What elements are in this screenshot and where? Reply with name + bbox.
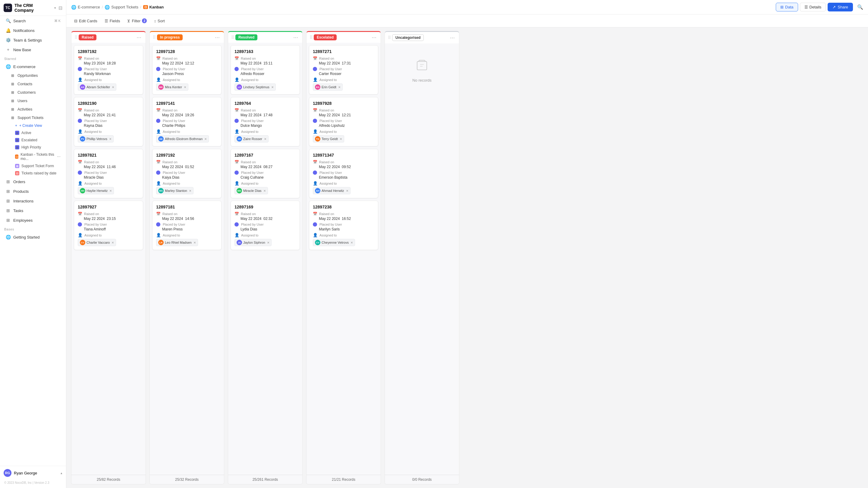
remove-user-icon[interactable]: ✕ <box>110 189 112 193</box>
sidebar-item-orders[interactable]: ⊞ Orders <box>2 177 64 186</box>
kanban-card[interactable]: 128971347 📅 Raised on May 22 2024 09:52 … <box>309 149 378 198</box>
remove-user-icon[interactable]: ✕ <box>109 137 112 141</box>
kanban-more-icon[interactable]: ⋯ <box>57 155 61 159</box>
remove-user-icon[interactable]: ✕ <box>264 189 266 193</box>
drag-handle-icon[interactable]: ⠿ <box>74 35 78 40</box>
card-assigned-row: 👤 Assigned to <box>78 129 139 134</box>
sidebar-view-form[interactable]: ▦ Support Ticket Form <box>2 163 64 169</box>
kanban-card[interactable]: 12892190 📅 Raised on May 22 2024 21:41 P… <box>74 97 143 147</box>
plus-icon: + <box>15 124 17 128</box>
kanban-card[interactable]: 12897821 📅 Raised on May 22 2024 11:46 P… <box>74 149 143 198</box>
raised-on-label: Raised on <box>84 57 99 60</box>
sidebar-view-create[interactable]: + + Create View <box>2 122 64 129</box>
kanban-card[interactable]: 1289764 📅 Raised on May 22 2024 17:48 Pl… <box>230 97 300 147</box>
drag-handle-icon[interactable]: ⠿ <box>231 35 234 40</box>
kanban-card[interactable]: 12897163 📅 Raised on May 22 2024 15:11 P… <box>230 45 300 95</box>
placed-icon <box>235 170 239 175</box>
sidebar-item-notifications[interactable]: 🔔 Notifications <box>2 26 64 35</box>
card-user-tags: CV Cheyenne Vetrovs ✕ <box>313 239 374 246</box>
remove-user-icon[interactable]: ✕ <box>193 241 196 244</box>
kanban-card[interactable]: 12897192 📅 Raised on May 23 2024 18:28 P… <box>74 45 143 95</box>
sidebar-item-gettingstarted[interactable]: 🌐 Getting Started <box>2 233 64 241</box>
sidebar-item-contacts[interactable]: ⊞ Contacts <box>2 80 64 88</box>
globe-icon: 🌐 <box>104 5 110 10</box>
company-chevron-icon[interactable]: ▾ <box>54 6 56 10</box>
kanban-card[interactable]: 12897167 📅 Raised on May 22 2024 08:27 P… <box>230 149 300 198</box>
card-raised-row: 📅 Raised on <box>235 212 296 216</box>
sidebar-item-users[interactable]: ⊞ Users <box>2 97 64 105</box>
share-button[interactable]: ↗ Share <box>828 3 853 11</box>
remove-user-icon[interactable]: ✕ <box>271 86 274 89</box>
remove-user-icon[interactable]: ✕ <box>112 86 114 89</box>
card-raised-row: 📅 Raised on <box>156 56 218 61</box>
sidebar-item-interactions[interactable]: ⊞ Interactions <box>2 196 64 205</box>
user-avatar: MK <box>158 84 164 90</box>
sidebar-item-newbase[interactable]: ＋ New Base <box>2 45 64 54</box>
kanban-card[interactable]: 12897928 📅 Raised on May 22 2024 12:21 P… <box>309 97 378 147</box>
user-avatar: AE <box>158 136 164 141</box>
kanban-card[interactable]: 12897192 📅 Raised on May 22 2024 01:52 P… <box>152 149 221 198</box>
card-user-tags: MD Miracle Dias ✕ <box>235 187 296 194</box>
remove-user-icon[interactable]: ✕ <box>189 189 191 193</box>
remove-user-icon[interactable]: ✕ <box>346 189 348 193</box>
remove-user-icon[interactable]: ✕ <box>338 86 341 89</box>
drag-handle-icon[interactable]: ⠿ <box>153 35 156 40</box>
sidebar-view-raised[interactable]: ▤ Tickets raised by date <box>2 170 64 176</box>
view-color-dot: ⊞ <box>15 145 19 150</box>
kanban-card[interactable]: 12897128 📅 Raised on May 22 2024 12:12 P… <box>152 45 221 95</box>
kanban-card[interactable]: 12897181 📅 Raised on May 22 2024 14:56 P… <box>152 201 221 250</box>
column-more-icon[interactable]: ⋯ <box>370 35 378 40</box>
sidebar-item-ecommerce[interactable]: 🌐 E-commerce <box>2 62 64 71</box>
sidebar-item-supporttickets[interactable]: ⊞ Support Tickets <box>2 114 64 122</box>
sidebar-item-search[interactable]: 🔍 Search ⌘ K <box>2 16 64 25</box>
sidebar-item-tasks[interactable]: ⊞ Tasks <box>2 206 64 215</box>
sort-button[interactable]: ↕ Sort <box>151 17 167 25</box>
remove-user-icon[interactable]: ✕ <box>340 137 342 141</box>
sidebar-item-customers[interactable]: ⊞ Customers <box>2 89 64 96</box>
sidebar-view-kanban[interactable]: ⊡ Kanban - Tickets this mo... ⋯ <box>2 151 64 162</box>
breadcrumb-ecommerce[interactable]: 🌐 E-commerce <box>71 5 100 10</box>
drag-handle-icon[interactable]: ⠿ <box>388 35 391 40</box>
drag-handle-icon[interactable]: ⠿ <box>310 35 313 40</box>
fields-button[interactable]: ☰ Fields <box>101 17 123 25</box>
column-more-icon[interactable]: ⋯ <box>449 35 456 41</box>
user-name: Charlie Vaccaro <box>87 241 110 244</box>
remove-user-icon[interactable]: ✕ <box>112 241 114 244</box>
remove-user-icon[interactable]: ✕ <box>350 241 353 244</box>
kanban-card[interactable]: 12897169 📅 Raised on May 22 2024 02:32 P… <box>230 201 300 250</box>
sidebar-item-products[interactable]: ⊞ Products <box>2 187 64 196</box>
breadcrumb-current-label: Kanban <box>150 5 164 9</box>
user-chevron-icon[interactable]: ▴ <box>61 471 62 475</box>
kanban-card[interactable]: 12897141 📅 Raised on May 22 2024 19:26 P… <box>152 97 221 147</box>
filter-button[interactable]: ⊻ Filter 2 <box>124 17 150 25</box>
column-more-icon[interactable]: ⋯ <box>214 35 221 40</box>
edit-cards-button[interactable]: ⊟ Edit Cards <box>71 17 100 25</box>
remove-user-icon[interactable]: ✕ <box>184 86 186 89</box>
kanban-card[interactable]: 12897927 📅 Raised on May 22 2024 23:15 P… <box>74 201 143 250</box>
kanban-card[interactable]: 12897271 📅 Raised on May 22 2024 17:31 P… <box>309 45 378 95</box>
sidebar-view-active[interactable]: ⊞ Active <box>2 130 64 136</box>
card-date-value: May 22 2024 23:15 <box>84 217 139 221</box>
card-raised-row: 📅 Raised on <box>235 108 296 112</box>
card-id: 12897192 <box>78 49 139 54</box>
column-more-icon[interactable]: ⋯ <box>135 35 143 40</box>
sidebar-item-activities[interactable]: ⊞ Activities <box>2 105 64 113</box>
column-header-escalated: ⠿ Escelated ⋯ <box>306 31 381 43</box>
remove-user-icon[interactable]: ✕ <box>267 241 270 244</box>
remove-user-icon[interactable]: ✕ <box>204 137 207 141</box>
search-icon[interactable]: 🔍 <box>857 4 863 10</box>
kanban-card[interactable]: 12897238 📅 Raised on May 22 2024 16:52 P… <box>309 201 378 250</box>
remove-user-icon[interactable]: ✕ <box>264 137 267 141</box>
details-button[interactable]: ☰ Details <box>800 3 826 11</box>
panel-toggle-icon[interactable]: ⊟ <box>59 5 62 11</box>
sidebar-item-opportunities[interactable]: ⊞ Opprtunities <box>2 72 64 79</box>
sidebar-item-team[interactable]: ⚙️ Team & Settings <box>2 36 64 44</box>
sidebar-view-highpriority[interactable]: ⊞ High Priority <box>2 144 64 151</box>
data-button[interactable]: ⊞ Data <box>776 3 798 11</box>
breadcrumb: 🌐 E-commerce / 🌐 Support Tickets / ⊡ Kan… <box>71 5 164 10</box>
sidebar-item-employees[interactable]: ⊞ Employees <box>2 216 64 225</box>
breadcrumb-supporttickets[interactable]: 🌐 Support Tickets <box>104 5 138 10</box>
column-more-icon[interactable]: ⋯ <box>292 35 299 40</box>
sidebar-view-escalated[interactable]: ⊞ Escalated <box>2 137 64 143</box>
card-user-tags: PV Phillip Vetrovs ✕ <box>78 135 139 142</box>
